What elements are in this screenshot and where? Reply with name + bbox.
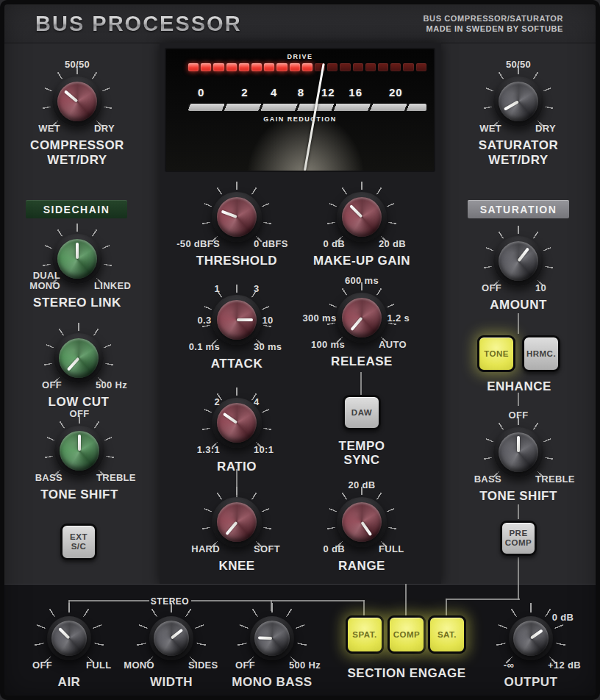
connector-line xyxy=(446,599,447,615)
sat-button-label: SAT. xyxy=(438,630,457,640)
sidechain-tone-shift-knob[interactable] xyxy=(54,426,104,476)
stereo-link-caption: STEREO LINK xyxy=(33,296,121,310)
plugin-tagline: BUS COMPRESSOR/SATURATOR MADE IN SWEDEN … xyxy=(424,13,563,34)
sidechain-tone-shift-knob-group: OFF BASS TREBLE TONE SHIFT xyxy=(44,415,115,486)
makeup-gain-caption: MAKE-UP GAIN xyxy=(313,254,410,268)
sat-tone-shift-top-label: OFF xyxy=(509,410,529,421)
knob-pointer xyxy=(64,90,78,102)
threshold-min-label: -50 dBFS xyxy=(176,239,220,249)
connector-line xyxy=(518,504,519,519)
drive-led xyxy=(390,63,401,71)
ratio-min-label: 1.3:1 xyxy=(197,445,220,455)
compressor-wetdry-knob-group: 50/50 WET DRY COMPRESSOR WET/DRY xyxy=(42,66,113,137)
sidechain-section-header: SIDECHAIN xyxy=(26,200,127,218)
amount-min-label: OFF xyxy=(482,283,501,293)
amount-knob-group: OFF 10 AMOUNT xyxy=(483,226,554,296)
comp-button-label: COMP xyxy=(393,630,421,640)
knob-pointer xyxy=(504,100,519,110)
release-caption: RELEASE xyxy=(331,354,393,369)
attack-max-label: 30 ms xyxy=(254,342,282,352)
caption-line1: SATURATOR xyxy=(479,138,558,153)
attack-knob[interactable] xyxy=(212,295,262,345)
drive-led xyxy=(188,63,199,71)
knee-knob[interactable] xyxy=(212,497,262,547)
saturator-wetdry-knob[interactable] xyxy=(493,76,543,126)
connector-line xyxy=(518,557,519,600)
knob-pointer xyxy=(76,243,79,259)
width-knob[interactable] xyxy=(149,616,193,660)
knob-pointer xyxy=(517,436,520,452)
caption-line2: WET/DRY xyxy=(30,153,124,168)
engage-compressor-button[interactable]: COMP xyxy=(388,615,426,654)
sat-wetdry-caption: SATURATOR WET/DRY xyxy=(479,138,558,168)
knob-pointer xyxy=(67,357,80,371)
stereo-bracket-line xyxy=(191,600,365,601)
mono-bass-knob[interactable] xyxy=(250,616,294,660)
drive-led xyxy=(213,63,224,71)
amount-max-label: 10 xyxy=(535,283,546,293)
attack-knob-group: 1 3 0.3 10 0.1 ms 30 ms ATTACK xyxy=(201,285,272,355)
scale-tick-0: 0 xyxy=(198,86,204,99)
makeup-gain-max-label: 20 dB xyxy=(379,239,406,249)
release-right-label: 1.2 s xyxy=(388,312,410,324)
makeup-gain-knob[interactable] xyxy=(337,192,387,242)
compressor-wetdry-knob[interactable] xyxy=(52,76,102,126)
amount-knob[interactable] xyxy=(493,236,543,286)
output-caption: OUTPUT xyxy=(504,675,558,690)
output-max-label: +12 dB xyxy=(548,660,581,671)
stereo-bracket-line xyxy=(69,600,149,601)
stereo-bracket-label: STEREO xyxy=(151,596,189,607)
pre-comp-button[interactable]: PRE COMP xyxy=(500,521,537,556)
threshold-caption: THRESHOLD xyxy=(196,254,277,268)
release-knob[interactable] xyxy=(337,293,387,343)
drive-led xyxy=(290,63,300,71)
spat-button-label: SPAT. xyxy=(352,630,376,640)
scale-tick-20: 20 xyxy=(389,86,403,99)
attack-min-label: 0.1 ms xyxy=(189,342,220,352)
ratio-label-4: 4 xyxy=(254,396,260,407)
low-cut-min-label: OFF xyxy=(42,380,62,390)
output-knob[interactable] xyxy=(509,616,553,660)
attack-label-3: 3 xyxy=(254,283,260,294)
knob-pointer xyxy=(517,247,529,262)
enhance-harmonics-button[interactable]: HRMC. xyxy=(522,335,560,372)
drive-label: DRIVE xyxy=(166,53,434,60)
threshold-max-label: 0 dBFS xyxy=(254,239,288,249)
drive-led xyxy=(340,63,350,71)
scale-tick-16: 16 xyxy=(349,86,362,99)
scale-tick-12: 12 xyxy=(321,86,335,99)
min-label-line2: MONO xyxy=(29,281,60,291)
ext-sc-label-line2: S/C xyxy=(71,542,87,551)
threshold-knob[interactable] xyxy=(212,192,262,242)
connector-line xyxy=(518,393,519,406)
knob-pointer xyxy=(349,204,362,218)
tempo-sync-daw-button[interactable]: DAW xyxy=(343,395,381,430)
stereo-link-min-label: DUAL MONO xyxy=(29,271,60,291)
connector-line xyxy=(446,599,520,600)
range-knob[interactable] xyxy=(337,497,387,547)
amount-caption: AMOUNT xyxy=(490,298,547,312)
enhance-tone-button[interactable]: TONE xyxy=(477,335,515,372)
engage-spatial-button[interactable]: SPAT. xyxy=(346,615,384,654)
connector-line xyxy=(405,584,407,615)
vu-meter: DRIVE 0 2 4 8 12 16 20 GAIN REDUCTION xyxy=(165,48,435,172)
drive-led xyxy=(226,63,237,71)
saturation-tone-shift-knob[interactable] xyxy=(493,427,543,477)
sc-tone-shift-max-label: TREBLE xyxy=(96,473,136,483)
ext-sidechain-button[interactable]: EXT S/C xyxy=(60,524,97,560)
air-knob-group: OFF FULL AIR xyxy=(34,603,104,674)
ratio-label-2: 2 xyxy=(214,396,220,407)
scale-tick-4: 4 xyxy=(271,86,277,99)
knob-pointer xyxy=(350,317,362,331)
release-top-label: 600 ms xyxy=(345,275,379,286)
plugin-title: BUS PROCESSOR xyxy=(35,12,242,36)
attack-label-03: 0.3 xyxy=(197,315,211,326)
air-knob[interactable] xyxy=(47,616,91,660)
range-max-label: FULL xyxy=(379,544,404,554)
knob-pointer xyxy=(225,521,238,535)
knob-pointer xyxy=(58,627,70,639)
engage-saturator-button[interactable]: SAT. xyxy=(428,615,466,654)
knee-min-label: HARD xyxy=(191,544,220,554)
ratio-knob-group: 2 4 1.3:1 10:1 RATIO xyxy=(201,388,272,458)
low-cut-knob[interactable] xyxy=(54,333,104,383)
